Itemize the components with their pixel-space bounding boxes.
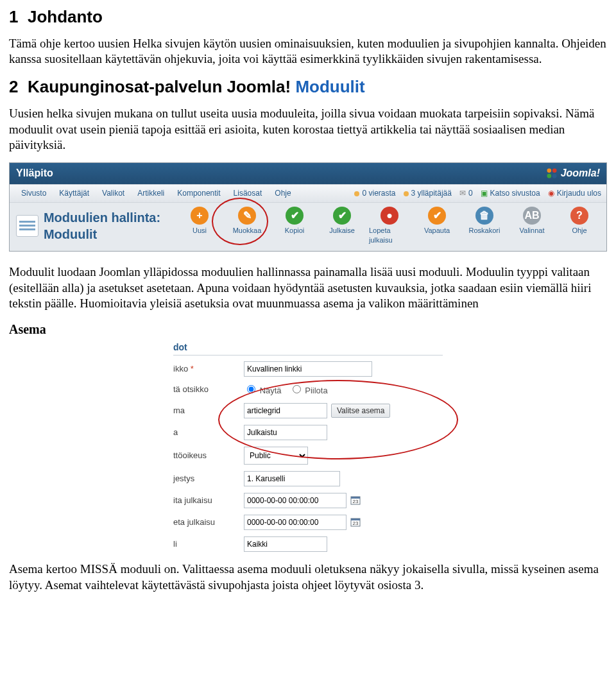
toolbar-icon: ? (570, 207, 588, 225)
toolbar-roskakori[interactable]: 🗑Roskakori (464, 207, 505, 244)
menu-lisaosat[interactable]: Lisäosat (227, 185, 269, 203)
guest-icon (354, 191, 359, 196)
select-access[interactable]: Public (244, 447, 308, 465)
joomla-logo-icon (545, 167, 558, 180)
label-eta: eta julkaisu (173, 517, 244, 528)
input-asema[interactable] (244, 403, 327, 418)
status-vierasta: 0 vierasta (354, 189, 395, 199)
paragraph-4: Asema kertoo MISSÄ moduuli on. Valittaes… (9, 561, 607, 593)
toolbar-icon: ✎ (238, 207, 256, 225)
status-messages[interactable]: ✉0 (459, 189, 473, 199)
joomla-header-bar: Ylläpito Joomla! (10, 163, 606, 184)
toolbar-buttons: +Uusi✎Muokkaa✔Kopioi✔Julkaise●Lopeta jul… (179, 207, 600, 244)
joomla-toolbar: Moduulien hallinta: Moduulit +Uusi✎Muokk… (10, 203, 606, 251)
label-li: li (173, 539, 244, 550)
module-settings-form: dot ikko tä otsikko Näytä Piilota ma Val… (173, 341, 443, 555)
joomla-menubar: Sivusto Käyttäjät Valikot Artikkeli Komp… (10, 184, 606, 203)
joomla-admin-screenshot: Ylläpito Joomla! Sivusto Käyttäjät Valik… (9, 162, 607, 252)
svg-text:23: 23 (353, 520, 359, 526)
joomla-page-title: Moduulien hallinta: Moduulit (16, 209, 179, 243)
row-eta: eta julkaisu 23 (173, 511, 443, 533)
h2-blue: Moduulit (295, 77, 364, 96)
h1-title: Johdanto (28, 7, 103, 26)
form-tab-label: dot (173, 341, 443, 355)
toolbar-ohje[interactable]: ?Ohje (559, 207, 600, 244)
label-ta-otsikko: tä otsikko (173, 384, 244, 395)
toolbar-icon: ✔ (286, 207, 304, 225)
menu-kayttajat[interactable]: Käyttäjät (53, 185, 96, 203)
toolbar-valinnat[interactable]: ABValinnat (511, 207, 552, 244)
modules-icon (16, 215, 38, 237)
menu-komponentit[interactable]: Komponentit (171, 185, 227, 203)
intro-paragraph: Tämä ohje kertoo uusien Helka sivujen kä… (9, 36, 607, 67)
toolbar-icon: ✔ (333, 207, 351, 225)
toolbar-icon: ● (381, 207, 398, 225)
label-a: a (173, 427, 244, 438)
joomla-logo: Joomla! (545, 167, 600, 180)
input-publish-start[interactable] (244, 493, 346, 508)
toolbar-icon: AB (523, 207, 541, 225)
toolbar-kopioi[interactable]: ✔Kopioi (274, 207, 315, 244)
radio-nayta-label[interactable]: Näytä (244, 383, 282, 397)
menu-artikkeli[interactable]: Artikkeli (131, 185, 171, 203)
row-jestys: jestys (173, 468, 443, 490)
toolbar-icon: 🗑 (475, 207, 493, 225)
section-1-heading: 1 Johdanto (9, 6, 607, 28)
h2-black: Kaupunginosat-palvelun Joomla! (28, 77, 291, 96)
svg-point-0 (547, 169, 551, 173)
input-status[interactable] (244, 425, 327, 440)
radio-nayta[interactable] (247, 385, 255, 393)
input-title[interactable] (244, 361, 372, 377)
toolbar-icon: + (191, 207, 209, 225)
svg-point-3 (552, 174, 556, 178)
input-language[interactable] (244, 536, 327, 552)
admin-icon (404, 191, 409, 196)
joomla-menu-right: 0 vierasta 3 ylläpitäjää ✉0 ▣Katso sivus… (354, 189, 601, 199)
menu-sivusto[interactable]: Sivusto (15, 185, 53, 203)
asema-heading: Asema (9, 321, 607, 338)
joomla-admin-title: Ylläpito (16, 167, 53, 180)
row-otsikko: tä otsikko Näytä Piilota (173, 380, 443, 400)
toolbar-uusi[interactable]: +Uusi (179, 207, 220, 244)
section-2-heading: 2 Kaupunginosat-palvelun Joomla! Moduuli… (9, 76, 607, 98)
label-ma: ma (173, 406, 244, 416)
button-valitse-asema[interactable]: Valitse asema (331, 404, 390, 418)
section-2-paragraph: Uusien helka sivujen mukana on tullut us… (9, 106, 607, 153)
label-ikko: ikko (173, 364, 244, 375)
radio-piilota-label[interactable]: Piilota (289, 383, 328, 397)
toolbar-muokkaa[interactable]: ✎Muokkaa (227, 207, 268, 244)
row-ma: ma Valitse asema (173, 400, 443, 422)
menu-ohje[interactable]: Ohje (268, 185, 297, 203)
input-ordering[interactable] (244, 471, 340, 486)
link-katso-sivustoa[interactable]: ▣Katso sivustoa (481, 189, 540, 199)
svg-point-1 (552, 169, 556, 173)
joomla-menu-left: Sivusto Käyttäjät Valikot Artikkeli Komp… (15, 185, 298, 203)
h2-num: 2 (9, 77, 18, 96)
row-ttooikeus: ttöoikeus Public (173, 443, 443, 468)
calendar-icon[interactable]: 23 (350, 517, 361, 527)
h1-num: 1 (9, 7, 18, 26)
toolbar-julkaise[interactable]: ✔Julkaise (321, 207, 363, 244)
input-publish-end[interactable] (244, 515, 346, 530)
svg-point-2 (547, 174, 551, 178)
row-li: li (173, 533, 443, 555)
link-kirjaudu-ulos[interactable]: ◉Kirjaudu ulos (548, 189, 601, 199)
radio-piilota[interactable] (293, 385, 301, 393)
row-ikko: ikko (173, 358, 443, 380)
menu-valikot[interactable]: Valikot (96, 185, 131, 203)
toolbar-lopeta-julkaisu[interactable]: ●Lopeta julkaisu (369, 207, 410, 244)
label-ita: ita julkaisu (173, 495, 244, 506)
row-a: a (173, 422, 443, 443)
label-jestys: jestys (173, 474, 244, 484)
toolbar-icon: ✔ (428, 207, 446, 225)
paragraph-3: Moduulit luodaan Joomlan ylläpidossa mod… (9, 264, 607, 312)
status-yllapitajaa: 3 ylläpitäjää (404, 189, 452, 199)
svg-text:23: 23 (353, 499, 359, 504)
row-ita: ita julkaisu 23 (173, 490, 443, 511)
toolbar-vapauta[interactable]: ✔Vapauta (416, 207, 458, 244)
calendar-icon[interactable]: 23 (350, 495, 361, 506)
label-ttooikeus: ttöoikeus (173, 450, 244, 461)
